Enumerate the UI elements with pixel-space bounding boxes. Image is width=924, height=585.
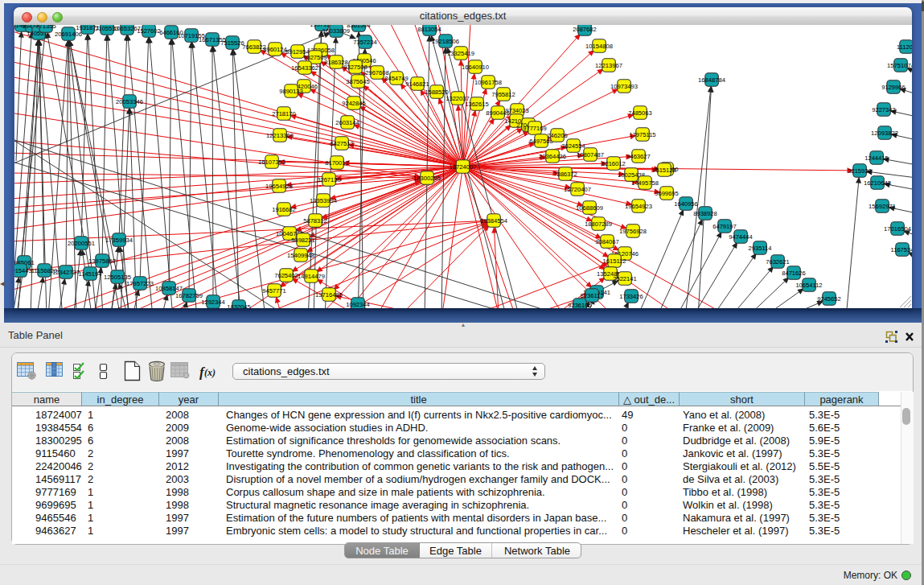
- svg-text:15409948: 15409948: [287, 252, 314, 259]
- svg-text:3215938: 3215938: [848, 167, 872, 175]
- svg-text:12213967: 12213967: [595, 62, 622, 69]
- svg-text:1292344: 1292344: [201, 299, 225, 306]
- svg-text:9515123: 9515123: [652, 167, 676, 174]
- svg-text:9327508: 9327508: [343, 64, 368, 71]
- svg-text:1640956: 1640956: [674, 200, 698, 208]
- svg-text:6479197: 6479197: [713, 223, 737, 230]
- svg-text:20053346: 20053346: [116, 98, 143, 105]
- svg-text:17359934: 17359934: [105, 237, 133, 244]
- svg-text:16543362: 16543362: [291, 64, 318, 72]
- svg-text:9245652: 9245652: [817, 295, 841, 303]
- svg-text:1832045: 1832045: [227, 303, 251, 308]
- svg-text:16210643: 16210643: [864, 179, 891, 187]
- svg-text:9734023: 9734023: [505, 107, 529, 114]
- svg-text:17016504: 17016504: [884, 225, 911, 233]
- svg-text:7955812: 7955812: [491, 91, 515, 98]
- svg-text:9146821: 9146821: [405, 80, 429, 88]
- svg-text:18300295: 18300295: [413, 175, 441, 182]
- svg-text:2603144: 2603144: [335, 119, 359, 126]
- svg-text:19384554: 19384554: [480, 217, 507, 225]
- svg-text:18807289: 18807289: [585, 220, 612, 228]
- svg-text:15751074: 15751074: [887, 62, 912, 69]
- svg-text:111202: 111202: [897, 43, 912, 51]
- svg-text:13716485: 13716485: [315, 291, 343, 299]
- svg-text:2522141: 2522141: [613, 275, 637, 282]
- svg-text:771355: 771355: [35, 25, 55, 30]
- svg-text:16640910: 16640910: [462, 64, 489, 71]
- svg-text:9463627: 9463627: [626, 153, 651, 160]
- svg-text:7485063: 7485063: [628, 109, 652, 117]
- svg-text:12342737: 12342737: [52, 269, 80, 276]
- svg-text:19756928: 19756928: [619, 228, 647, 235]
- svg-text:1615112: 1615112: [603, 257, 626, 265]
- svg-text:19218506: 19218506: [432, 38, 459, 45]
- svg-text:1916682: 1916682: [272, 206, 296, 213]
- svg-text:10961758: 10961758: [474, 79, 502, 86]
- svg-text:17957223: 17957223: [126, 280, 154, 287]
- svg-text:3875645: 3875645: [346, 78, 370, 85]
- svg-text:7386372: 7386372: [553, 171, 577, 178]
- svg-text:14495758: 14495758: [631, 179, 659, 187]
- svg-text:8170012: 8170012: [325, 159, 349, 167]
- svg-text:9699695: 9699695: [655, 190, 679, 197]
- svg-text:9890133: 9890133: [279, 88, 303, 95]
- svg-text:9236105: 9236105: [568, 302, 592, 308]
- svg-text:9129966: 9129966: [881, 84, 906, 91]
- svg-text:12093822: 12093822: [871, 130, 898, 137]
- svg-text:10688609: 10688609: [576, 204, 603, 212]
- svg-text:1244415: 1244415: [864, 154, 889, 162]
- svg-text:1145194: 1145194: [79, 270, 102, 278]
- svg-text:8938928: 8938928: [693, 210, 717, 217]
- svg-text:10958147: 10958147: [155, 285, 183, 292]
- svg-text:19654923: 19654923: [625, 203, 652, 210]
- svg-text:3915443: 3915443: [14, 267, 32, 274]
- svg-text:5878312: 5878312: [303, 217, 327, 225]
- svg-text:1527602: 1527602: [137, 27, 161, 35]
- svg-text:8236117: 8236117: [581, 292, 604, 299]
- svg-text:9227342: 9227342: [872, 106, 896, 113]
- svg-text:5498221: 5498221: [291, 237, 315, 244]
- svg-text:2935114: 2935114: [749, 245, 772, 252]
- svg-text:10154808: 10154808: [585, 43, 613, 50]
- svg-text:2087682: 2087682: [573, 26, 597, 33]
- svg-text:3267130: 3267130: [317, 176, 341, 183]
- svg-text:9474444: 9474444: [729, 233, 753, 241]
- svg-text:15692971: 15692971: [869, 203, 896, 210]
- svg-text:20200551: 20200551: [68, 240, 95, 247]
- svg-text:18724007: 18724007: [450, 163, 477, 171]
- svg-text:1092344: 1092344: [346, 301, 370, 308]
- svg-text:8960124: 8960124: [263, 46, 287, 53]
- svg-text:6216012: 6216012: [602, 160, 626, 167]
- svg-text:9457771: 9457771: [262, 287, 286, 295]
- svg-text:7515526: 7515526: [220, 39, 244, 47]
- svg-text:1733426: 1733426: [619, 293, 643, 300]
- svg-text:9084067: 9084067: [595, 238, 619, 245]
- svg-text:1167534: 1167534: [891, 246, 913, 253]
- svg-text:9242845: 9242845: [342, 100, 366, 107]
- svg-text:16107353: 16107353: [258, 159, 285, 166]
- svg-text:3624554: 3624554: [561, 142, 585, 150]
- svg-text:20691406: 20691406: [55, 31, 82, 38]
- svg-text:10654112: 10654112: [795, 282, 822, 289]
- svg-text:14914479: 14914479: [298, 273, 325, 280]
- svg-text:19654928: 19654928: [265, 183, 293, 190]
- svg-text:1362615: 1362615: [465, 101, 489, 108]
- svg-text:2718170: 2718170: [272, 110, 296, 117]
- svg-text:7357234: 7357234: [353, 39, 377, 46]
- svg-text:16782759: 16782759: [175, 292, 203, 299]
- svg-text:13325419: 13325419: [447, 50, 474, 57]
- svg-text:8561504: 8561504: [347, 25, 371, 29]
- svg-text:746206: 746206: [547, 132, 567, 139]
- svg-text:9777169: 9777169: [523, 125, 547, 132]
- svg-text:(x): (x): [204, 367, 216, 378]
- svg-text:15720407: 15720407: [564, 186, 591, 193]
- svg-text:7632621: 7632621: [766, 258, 790, 266]
- svg-text:17975115: 17975115: [629, 131, 655, 138]
- svg-text:8427512: 8427512: [330, 140, 354, 147]
- svg-text:10807487: 10807487: [577, 151, 604, 159]
- svg-text:13975867: 13975867: [88, 257, 116, 265]
- svg-text:10973493: 10973493: [610, 83, 638, 90]
- svg-text:8471626: 8471626: [782, 270, 806, 277]
- svg-text:13353994: 13353994: [310, 197, 337, 204]
- svg-text:20364436: 20364436: [539, 153, 566, 160]
